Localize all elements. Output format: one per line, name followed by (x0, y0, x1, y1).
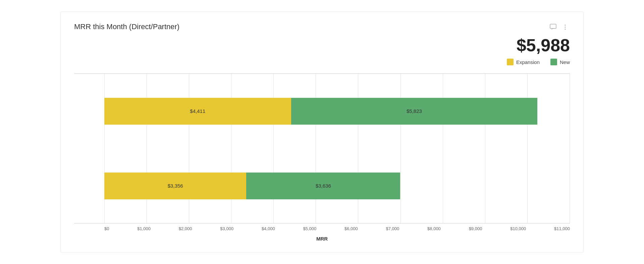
new-swatch (550, 59, 557, 65)
svg-point-1 (565, 25, 566, 26)
expansion-swatch (507, 59, 514, 65)
bar-segment-expansion: $4,411 (104, 98, 291, 125)
legend: Expansion New (74, 59, 570, 65)
bar-segment-expansion: $3,356 (104, 173, 246, 199)
x-tick: $0 (104, 226, 109, 231)
bar-track: $4,411$5,823 (104, 98, 570, 125)
x-tick: $5,000 (303, 226, 316, 231)
bar-row: None$4,411$5,823 (104, 93, 570, 130)
comment-icon[interactable] (548, 22, 558, 32)
new-label: New (560, 59, 570, 65)
chart-container: MRR this Month (Direct/Partner) $5,988 E… (60, 11, 584, 253)
x-tick: $2,000 (179, 226, 192, 231)
bar-row: Partner$3,356$3,636 (104, 168, 570, 204)
bar-segment-new: $5,823 (291, 98, 538, 125)
bar-track: $3,356$3,636 (104, 173, 570, 199)
x-tick: $10,000 (510, 226, 526, 231)
svg-rect-0 (550, 24, 556, 28)
chart-area: None$4,411$5,823Partner$3,356$3,636 $0$1… (74, 73, 570, 242)
expansion-label: Expansion (516, 59, 540, 65)
x-tick: $9,000 (469, 226, 482, 231)
x-tick: $8,000 (427, 226, 441, 231)
header-icons (548, 22, 570, 32)
legend-item-expansion: Expansion (507, 59, 540, 65)
svg-point-3 (565, 29, 566, 30)
bars-section: None$4,411$5,823Partner$3,356$3,636 (74, 73, 570, 223)
x-tick: $3,000 (220, 226, 233, 231)
legend-item-new: New (550, 59, 570, 65)
bar-segment-new: $3,636 (246, 173, 400, 199)
x-tick: $11,000 (554, 226, 570, 231)
x-tick: $4,000 (262, 226, 275, 231)
x-tick: $7,000 (386, 226, 399, 231)
x-tick: $1,000 (137, 226, 151, 231)
x-tick: $6,000 (344, 226, 358, 231)
chart-header: MRR this Month (Direct/Partner) (74, 22, 570, 32)
svg-point-2 (565, 27, 566, 28)
chart-title: MRR this Month (Direct/Partner) (74, 22, 179, 31)
x-axis: $0$1,000$2,000$3,000$4,000$5,000$6,000$7… (74, 223, 570, 231)
total-value: $5,988 (74, 35, 570, 55)
x-axis-label: MRR (74, 236, 570, 242)
more-options-icon[interactable] (560, 22, 570, 32)
